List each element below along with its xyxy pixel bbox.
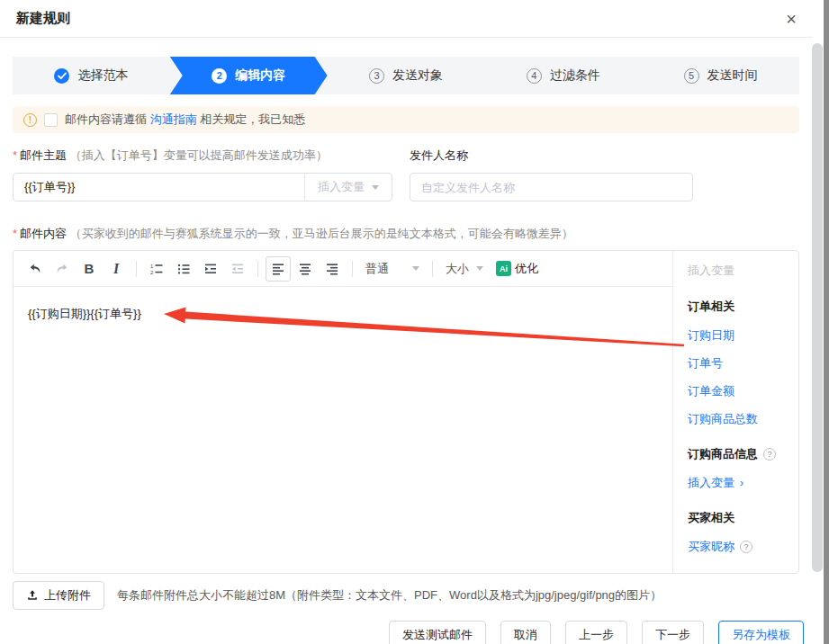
svg-text:2: 2 (150, 270, 154, 275)
help-icon[interactable]: ? (740, 541, 752, 553)
var-link-order-id[interactable]: 订单号 (688, 355, 784, 371)
toolbar-divider (432, 261, 433, 277)
outdent-button[interactable] (225, 256, 250, 282)
indent-icon (203, 262, 218, 276)
align-right-icon (325, 262, 339, 276)
agree-checkbox[interactable] (44, 113, 58, 127)
sender-label-wrap: 发件人名称 (410, 148, 693, 164)
order-group-title: 订单相关 (688, 299, 784, 315)
var-link-label: 订购日期 (688, 327, 734, 344)
editor-toolbar: B I 12 (14, 251, 672, 287)
step-label: 发送对象 (392, 67, 443, 84)
form-input-row: 插入变量 (13, 173, 799, 201)
variables-sidebar: 插入变量 订单相关 订购日期 订单号 订单金额 订购商品总数 订购商品信息 ? … (672, 251, 798, 573)
product-info-group-title: 订购商品信息 ? (688, 446, 784, 462)
step-edit-content[interactable]: 2 编辑内容 (170, 57, 328, 94)
content-label: 邮件内容 (20, 227, 67, 240)
var-link-order-amount[interactable]: 订单金额 (688, 383, 784, 399)
subject-label: 邮件主题 (20, 148, 67, 162)
new-rule-dialog: 新建规则 × 选择范本 2 编辑内容 3 发送对象 4 过滤条件 5 发送时间 (0, 0, 829, 644)
sender-input-wrap (410, 173, 693, 201)
ai-optimize-label: 优化 (515, 261, 538, 277)
bullet-list-button[interactable] (171, 256, 196, 282)
attachment-row: 上传附件 每条邮件附件总大小不能超过8M（附件类型：文本文件、PDF、Word以… (13, 581, 799, 610)
align-center-icon (298, 262, 312, 276)
var-link-label: 买家昵称 (688, 539, 734, 555)
step-number: 3 (369, 68, 384, 84)
required-asterisk: * (13, 227, 17, 240)
var-link-label: 订单号 (688, 355, 723, 371)
step-number: 4 (527, 68, 542, 84)
indent-button[interactable] (198, 256, 223, 282)
upload-attachment-button[interactable]: 上传附件 (13, 581, 104, 610)
variables-header: 插入变量 (688, 263, 784, 279)
undo-button[interactable] (23, 256, 48, 282)
toolbar-divider (136, 261, 137, 277)
ordered-list-icon: 12 (149, 262, 164, 276)
redo-button[interactable] (50, 256, 75, 282)
insert-variable-link[interactable]: 插入变量 › (688, 475, 784, 491)
email-content-editor: B I 12 (13, 250, 799, 574)
guideline-link[interactable]: 沟通指南 (150, 112, 197, 126)
editor-text[interactable]: {{订购日期}}{{订单号}} (28, 307, 141, 320)
sender-name-input[interactable] (410, 173, 693, 201)
align-left-button[interactable] (266, 256, 291, 282)
content-label-row: *邮件内容 （买家收到的邮件与赛狐系统显示的一致，亚马逊后台展示的是纯文本格式，… (13, 226, 799, 242)
step-number: 2 (212, 68, 227, 84)
insert-variable-label: 插入变量 (318, 179, 365, 195)
align-right-button[interactable] (320, 256, 345, 282)
buyer-group-title: 买家相关 (688, 510, 784, 526)
ordered-list-button[interactable]: 12 (144, 256, 169, 282)
step-send-time[interactable]: 5 发送时间 (642, 57, 799, 94)
chevron-right-icon: › (740, 477, 743, 489)
required-asterisk: * (13, 148, 17, 162)
editor-body[interactable]: {{订购日期}}{{订单号}} (14, 287, 672, 573)
paragraph-style-select[interactable]: 普通 (360, 261, 425, 277)
previous-step-button[interactable]: 上一步 (565, 621, 627, 644)
cancel-button[interactable]: 取消 (500, 621, 551, 644)
chevron-down-icon (476, 266, 483, 271)
font-size-value: 大小 (446, 261, 469, 277)
notice-text-after: 相关规定，我已知悉 (197, 112, 306, 126)
step-number: 5 (684, 68, 699, 84)
chevron-down-icon (372, 185, 379, 190)
form-label-row: *邮件主题 （插入【订单号】变量可以提高邮件发送成功率） 发件人名称 (13, 148, 799, 164)
subject-input[interactable] (14, 181, 304, 194)
undo-icon (28, 262, 42, 276)
stepper: 选择范本 2 编辑内容 3 发送对象 4 过滤条件 5 发送时间 (13, 57, 799, 94)
scrollbar-track-edge (824, 0, 829, 644)
notice-text-before: 邮件内容请遵循 (65, 112, 150, 126)
toolbar-divider (257, 261, 258, 277)
outdent-icon (230, 262, 245, 276)
var-link-buyer-nickname[interactable]: 买家昵称 ? (688, 539, 784, 555)
step-label: 过滤条件 (550, 67, 600, 84)
subject-hint: （插入【订单号】变量可以提高邮件发送成功率） (70, 148, 328, 162)
step-label: 选择范本 (77, 67, 128, 84)
step-send-target[interactable]: 3 发送对象 (328, 57, 485, 94)
step-choose-template[interactable]: 选择范本 (13, 57, 170, 94)
svg-text:1: 1 (150, 263, 154, 268)
italic-button[interactable]: I (104, 256, 129, 282)
step-filter-condition[interactable]: 4 过滤条件 (484, 57, 642, 94)
save-as-template-button[interactable]: 另存为模板 (718, 621, 804, 644)
step-label: 编辑内容 (235, 67, 285, 84)
scrollbar-thumb[interactable] (812, 43, 823, 572)
send-test-email-button[interactable]: 发送测试邮件 (389, 621, 486, 644)
var-link-order-total-qty[interactable]: 订购商品总数 (688, 411, 784, 427)
close-icon[interactable]: × (786, 10, 797, 28)
next-step-button[interactable]: 下一步 (642, 621, 704, 644)
guideline-notice-banner: ! 邮件内容请遵循 沟通指南 相关规定，我已知悉 (13, 106, 799, 133)
ai-optimize-button[interactable]: Ai 优化 (491, 261, 544, 277)
align-center-button[interactable] (293, 256, 318, 282)
var-link-order-date[interactable]: 订购日期 (688, 327, 784, 344)
subject-label-wrap: *邮件主题 （插入【订单号】变量可以提高邮件发送成功率） (13, 148, 392, 164)
help-icon[interactable]: ? (763, 448, 776, 461)
check-circle-icon (54, 68, 69, 84)
redo-icon (55, 262, 69, 276)
subject-insert-variable-dropdown[interactable]: 插入变量 (304, 174, 392, 201)
font-size-select[interactable]: 大小 (440, 261, 489, 277)
upload-icon (26, 589, 39, 602)
bold-button[interactable]: B (77, 256, 102, 282)
ai-icon: Ai (496, 261, 511, 276)
editor-main: B I 12 (14, 251, 672, 573)
